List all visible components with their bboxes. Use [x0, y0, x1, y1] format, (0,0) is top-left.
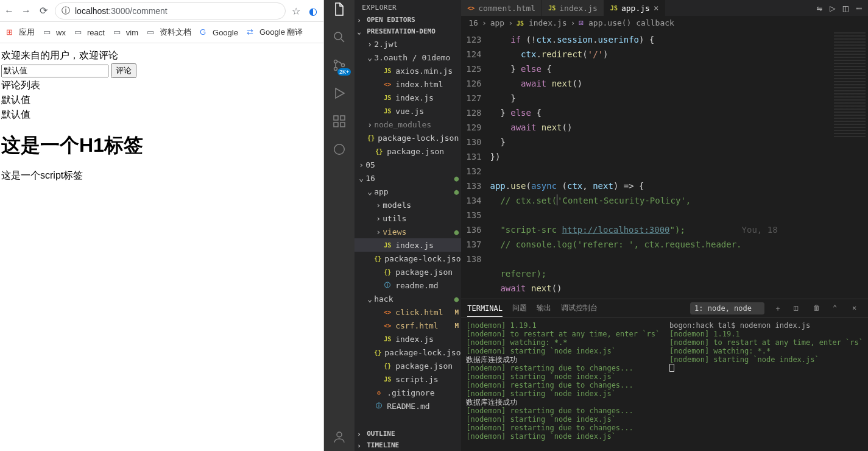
file-row[interactable]: JSindex.js	[355, 332, 461, 346]
folder-row[interactable]: ⌄app●	[355, 185, 461, 198]
file-row[interactable]: {}package.json	[355, 265, 461, 279]
tree-item-label: app	[374, 187, 388, 196]
editor-tab[interactable]: <>comment.html	[461, 0, 542, 16]
compare-icon[interactable]: ⇋	[816, 2, 822, 14]
chevron-icon: ⌄	[365, 187, 374, 196]
file-row[interactable]: JSvue.js	[355, 104, 461, 118]
bookmark-item[interactable]: ▭vim	[113, 27, 138, 37]
close-icon[interactable]: ×	[654, 3, 658, 13]
file-icon: <>	[467, 5, 475, 12]
more-icon[interactable]: ⋯	[856, 2, 862, 14]
file-row[interactable]: {}package.json	[355, 359, 461, 372]
file-row[interactable]: JSaxios.min.js	[355, 64, 461, 77]
file-icon: <>	[383, 79, 392, 89]
svg-point-9	[337, 432, 342, 437]
new-terminal-icon[interactable]: ＋	[774, 304, 784, 313]
bookmark-item[interactable]: ⊞应用	[6, 27, 35, 38]
split-editor-icon[interactable]: ◫	[843, 2, 849, 14]
tree-item-label: index.js	[395, 241, 434, 250]
split-terminal-icon[interactable]: ◫	[794, 304, 803, 313]
folder-row[interactable]: ›node_modules	[355, 118, 461, 131]
workspace-section[interactable]: ⌄PRESENTATION-DEMO	[355, 26, 461, 37]
run-debug-icon[interactable]	[331, 85, 347, 101]
reload-icon[interactable]: ⟳	[38, 5, 49, 16]
comment-input[interactable]	[1, 65, 108, 77]
back-icon[interactable]: ←	[4, 5, 15, 16]
file-row[interactable]: JSscript.js	[355, 372, 461, 386]
code-content[interactable]: if (!ctx.session.userinfo) { ctx.redirec…	[490, 30, 831, 299]
folder-row[interactable]: ⌄16●	[355, 171, 461, 185]
file-row[interactable]: ⓘREADME.md	[355, 399, 461, 413]
terminal-left[interactable]: [nodemon] 1.19.1[nodemon] to restart at …	[461, 318, 665, 451]
code-editor[interactable]: 1231241251261271281291301311321331341351…	[461, 30, 868, 299]
file-row[interactable]: ⓘreadme.md	[355, 279, 461, 292]
folder-row[interactable]: ⌄hack●	[355, 292, 461, 305]
bookmark-item[interactable]: ▭资料文档	[147, 27, 191, 38]
folder-row[interactable]: ›views●	[355, 225, 461, 238]
bookmark-item[interactable]: ▭react	[74, 27, 105, 37]
open-editors-section[interactable]: ›OPEN EDITORS	[355, 14, 461, 26]
address-bar[interactable]: ⓘ localhost:3000/comment	[55, 2, 286, 20]
browser-toolbar: ← → ⟳ ⓘ localhost:3000/comment ☆ ◐	[0, 0, 323, 22]
bookmarks-bar: ⊞应用▭wx▭react▭vim▭资料文档GGoogle⇄Google 翻译	[0, 22, 323, 43]
file-row[interactable]: <>click.htmlM	[355, 305, 461, 319]
explorer-icon[interactable]	[331, 1, 347, 17]
extensions-icon[interactable]	[331, 113, 347, 129]
file-row[interactable]: {}package-lock.json	[355, 252, 461, 265]
file-row[interactable]: {}package.json	[355, 144, 461, 158]
file-row[interactable]: ⚙.gitignore	[355, 386, 461, 399]
run-icon[interactable]: ▷	[830, 2, 836, 14]
terminal-right[interactable]: bogon:hack tal$ nodemon index.js[nodemon…	[665, 318, 868, 451]
minimap[interactable]	[831, 30, 868, 299]
bookmark-item[interactable]: ▭wx	[43, 27, 66, 37]
file-icon: JS	[548, 5, 556, 12]
file-row[interactable]: {}package-lock.json	[355, 131, 461, 144]
outline-section[interactable]: ›OUTLINE	[355, 428, 461, 439]
file-icon: JS	[383, 106, 392, 116]
folder-row[interactable]: ›utils	[355, 211, 461, 225]
file-row[interactable]: JSindex.js	[355, 91, 461, 104]
terminal-line: [nodemon] restarting due to changes...	[466, 381, 660, 389]
folder-row[interactable]: ›models	[355, 198, 461, 211]
editor-tab[interactable]: JSapp.js×	[604, 0, 665, 16]
terminal-tab[interactable]: 问题	[512, 303, 527, 313]
bookmark-item[interactable]: GGoogle	[200, 27, 238, 37]
tab-label: app.js	[621, 4, 650, 13]
terminal-tab[interactable]: TERMINAL	[467, 304, 503, 317]
file-row[interactable]: <>index.html	[355, 77, 461, 91]
file-row[interactable]: {}package-lock.json	[355, 346, 461, 359]
chevron-icon: ⌄	[365, 294, 374, 304]
editor-tab[interactable]: JSindex.js	[542, 0, 604, 16]
close-panel-icon[interactable]: ✕	[852, 304, 862, 313]
file-row[interactable]: JSindex.js	[355, 238, 461, 252]
account-icon[interactable]	[331, 429, 347, 445]
bookmark-star-icon[interactable]: ☆	[292, 5, 303, 16]
terminal-selector[interactable]: 1: node, node	[690, 302, 764, 314]
extension-icon[interactable]: ◐	[309, 5, 320, 16]
breadcrumb-segment[interactable]: ⊡ app.use() callback	[579, 18, 674, 27]
terminal-line: [nodemon] watching: *.*	[669, 347, 863, 355]
file-row[interactable]: <>csrf.htmlM	[355, 319, 461, 332]
tree-item-label: 16	[365, 174, 375, 183]
forward-icon[interactable]: →	[21, 5, 32, 16]
source-control-icon[interactable]: 2K+	[331, 57, 347, 73]
terminal-tab[interactable]: 输出	[537, 303, 551, 313]
search-icon[interactable]	[331, 29, 347, 45]
breadcrumb[interactable]: 16›app›JS index.js›⊡ app.use() callback	[461, 16, 868, 30]
folder-row[interactable]: ⌄3.oauth / 01demo	[355, 51, 461, 64]
terminal-tab[interactable]: 调试控制台	[561, 303, 598, 313]
breadcrumb-segment[interactable]: 16	[468, 18, 478, 27]
bookmark-item[interactable]: ⇄Google 翻译	[247, 27, 303, 38]
maximize-panel-icon[interactable]: ⌃	[833, 304, 842, 313]
editor-tabs: <>comment.htmlJSindex.jsJSapp.js× ⇋ ▷ ◫ …	[461, 0, 868, 16]
svg-rect-4	[334, 116, 338, 120]
timeline-section[interactable]: ›TIMELINE	[355, 439, 461, 451]
folder-row[interactable]: ›05	[355, 158, 461, 171]
kill-terminal-icon[interactable]: 🗑	[813, 304, 823, 313]
breadcrumb-segment[interactable]: app	[490, 18, 504, 27]
folder-row[interactable]: ›2.jwt	[355, 37, 461, 51]
terminal-body[interactable]: [nodemon] 1.19.1[nodemon] to restart at …	[461, 318, 868, 451]
remote-icon[interactable]	[331, 141, 347, 157]
submit-button[interactable]: 评论	[111, 63, 136, 78]
breadcrumb-segment[interactable]: JS index.js	[517, 18, 567, 27]
